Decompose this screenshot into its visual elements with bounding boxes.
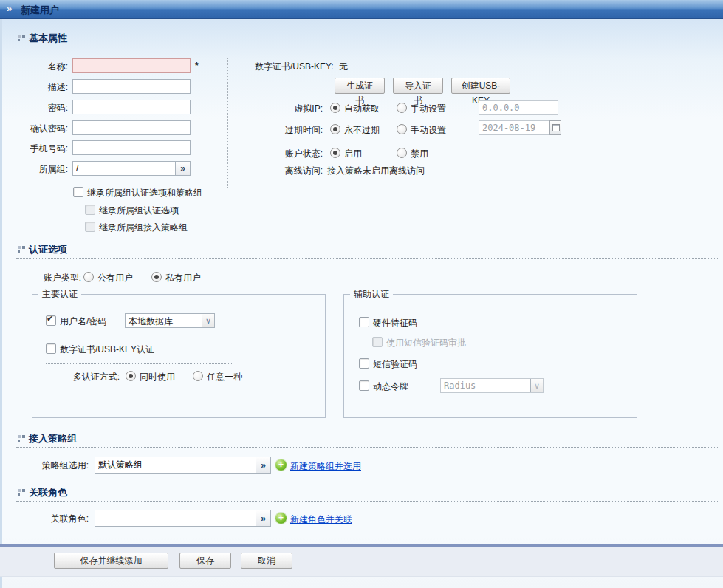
- expire-never-label: 永不过期: [344, 125, 380, 135]
- cert-auth-checkbox[interactable]: 数字证书/USB-KEY认证: [46, 343, 154, 356]
- group-input[interactable]: [72, 161, 191, 176]
- dynamic-token-checkbox[interactable]: 动态令牌: [359, 380, 408, 393]
- new-user-page: » 新建用户 基本属性 名称: * 描述: 密码: 确认密码: 手机号码: 所属…: [0, 0, 723, 588]
- account-type-public-radio[interactable]: 公有用户: [83, 272, 133, 284]
- description-label: 描述:: [0, 81, 68, 94]
- expire-date-combo: [479, 120, 561, 135]
- radio-icon: [151, 272, 162, 282]
- virtual-ip-auto-radio[interactable]: 自动获取: [330, 103, 380, 115]
- name-label: 名称:: [0, 61, 68, 73]
- section-bullet-icon: [18, 35, 25, 42]
- policy-group-picker-button[interactable]: »: [256, 457, 270, 473]
- policy-group-combo: »: [95, 457, 271, 474]
- save-button[interactable]: 保存: [179, 553, 231, 569]
- page-title-bar: » 新建用户: [0, 0, 723, 19]
- userpass-checkbox[interactable]: 用户名/密码: [46, 315, 106, 328]
- description-input[interactable]: [72, 79, 191, 94]
- account-status-label: 账户状态:: [244, 148, 323, 160]
- role-combo: »: [95, 510, 271, 527]
- password-input[interactable]: [72, 100, 191, 114]
- userpass-source-select[interactable]: 本地数据库 ∨: [125, 313, 215, 328]
- sms-code-label: 短信验证码: [373, 359, 417, 369]
- cancel-button[interactable]: 取消: [241, 553, 292, 569]
- account-type-label: 账户类型:: [30, 272, 81, 284]
- section-divider: [16, 47, 718, 47]
- group-picker-button[interactable]: »: [175, 162, 190, 175]
- inherit-policy-label: 继承所属组接入策略组: [99, 222, 188, 233]
- policy-group-label: 策略组选用:: [22, 459, 89, 472]
- import-cert-button[interactable]: 导入证书: [393, 78, 443, 94]
- sms-approve-label: 使用短信验证码审批: [386, 338, 466, 348]
- cert-label: 数字证书/USB-KEY:: [255, 61, 334, 72]
- add-icon: +: [275, 513, 287, 524]
- radio-icon: [397, 148, 407, 158]
- status-disable-radio[interactable]: 禁用: [397, 148, 428, 160]
- generate-cert-button[interactable]: 生成证书: [335, 78, 385, 94]
- radio-icon: [330, 148, 340, 158]
- multi-auth-all-radio[interactable]: 同时使用: [126, 371, 175, 383]
- virtual-ip-manual-radio[interactable]: 手动设置: [397, 103, 446, 115]
- section-bullet-icon: [18, 489, 25, 496]
- required-asterisk: *: [195, 61, 199, 71]
- checkbox-icon: [85, 222, 95, 232]
- radio-icon: [193, 371, 203, 381]
- expire-manual-label: 手动设置: [411, 125, 446, 135]
- hardware-id-label: 硬件特征码: [373, 318, 417, 328]
- cert-auth-label: 数字证书/USB-KEY认证: [60, 344, 154, 355]
- save-and-continue-button[interactable]: 保存并继续添加: [54, 553, 168, 569]
- radio-icon: [126, 371, 136, 381]
- confirm-password-input[interactable]: [72, 120, 191, 135]
- virtual-ip-label: 虚拟IP:: [244, 103, 323, 115]
- checkbox-icon: [46, 315, 56, 326]
- radio-icon: [397, 103, 407, 113]
- confirm-password-label: 确认密码:: [0, 123, 68, 135]
- add-icon: +: [275, 459, 287, 471]
- role-picker-button[interactable]: »: [256, 510, 270, 526]
- status-enable-label: 启用: [344, 148, 362, 159]
- expire-never-radio[interactable]: 永不过期: [330, 124, 380, 137]
- status-disable-label: 禁用: [411, 148, 428, 159]
- create-usbkey-button[interactable]: 创建USB-KEY: [451, 78, 510, 94]
- primary-auth-legend: 主要认证: [38, 288, 81, 301]
- breadcrumb-chevrons-icon: »: [7, 3, 11, 14]
- inherit-all-checkbox[interactable]: 继承所属组认证选项和策略组: [73, 187, 202, 199]
- section-title-role: 关联角色: [29, 486, 67, 499]
- aux-auth-legend: 辅助认证: [350, 288, 393, 301]
- new-policy-group-link[interactable]: 新建策略组并选用: [290, 460, 361, 473]
- cert-value: 无: [339, 61, 348, 72]
- name-input[interactable]: [72, 58, 191, 73]
- mobile-input[interactable]: [72, 140, 191, 155]
- role-label: 关联角色:: [22, 513, 89, 525]
- radio-icon: [397, 124, 407, 134]
- section-divider: [16, 258, 718, 259]
- role-input[interactable]: [95, 510, 271, 527]
- account-type-private-radio[interactable]: 私有用户: [151, 272, 201, 284]
- hardware-id-checkbox[interactable]: 硬件特征码: [359, 317, 417, 329]
- inherit-policy-checkbox: 继承所属组接入策略组: [85, 222, 188, 234]
- expire-manual-radio[interactable]: 手动设置: [397, 124, 446, 137]
- mobile-label: 手机号码:: [0, 143, 68, 155]
- section-bullet-icon: [18, 246, 25, 253]
- calendar-button: [549, 120, 561, 135]
- group-combo: »: [72, 161, 191, 176]
- offline-value: 接入策略未启用离线访问: [327, 165, 425, 177]
- checkbox-icon: [46, 343, 56, 354]
- policy-group-input[interactable]: [95, 457, 271, 474]
- token-source-select: Radius ∨: [440, 378, 544, 393]
- section-title-auth: 认证选项: [29, 243, 67, 256]
- multi-auth-any-label: 任意一种: [207, 372, 242, 382]
- checkbox-icon: [372, 337, 383, 347]
- multi-auth-any-radio[interactable]: 任意一种: [193, 371, 242, 383]
- group-label: 所属组:: [0, 163, 68, 176]
- radio-icon: [330, 124, 340, 134]
- chevron-down-icon[interactable]: ∨: [202, 314, 214, 327]
- sms-code-checkbox[interactable]: 短信验证码: [359, 358, 417, 371]
- aux-auth-group: 辅助认证 硬件特征码 使用短信验证码审批 短信验证码 动态令牌 Radius ∨: [343, 288, 637, 418]
- inherit-auth-checkbox: 继承所属组认证选项: [85, 205, 179, 217]
- new-role-link[interactable]: 新建角色并关联: [290, 513, 352, 526]
- inner-divider: [46, 363, 232, 364]
- virtual-ip-manual-label: 手动设置: [411, 103, 446, 114]
- userpass-label: 用户名/密码: [60, 316, 106, 327]
- userpass-source-value: 本地数据库: [129, 315, 173, 328]
- status-enable-radio[interactable]: 启用: [330, 148, 362, 160]
